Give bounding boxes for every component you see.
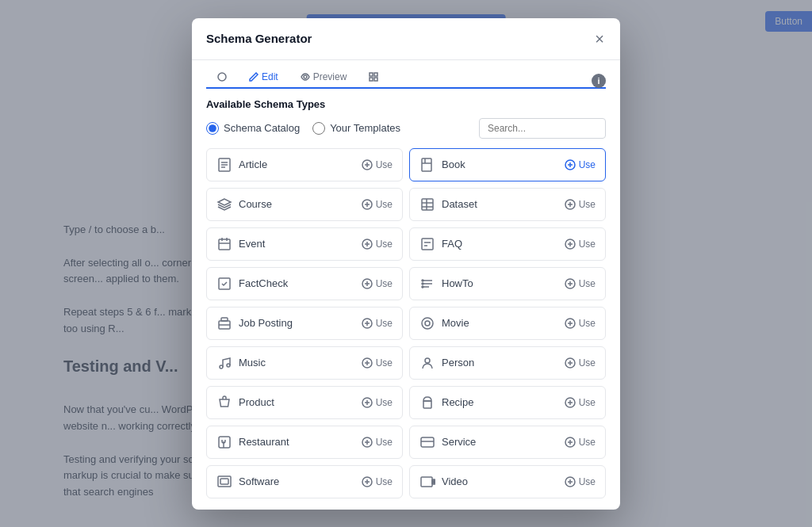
schema-card-video[interactable]: Video Use xyxy=(409,465,606,498)
svg-rect-36 xyxy=(422,239,433,250)
modal-overlay: Schema Generator × Edit Preview xyxy=(0,0,812,527)
schema-card-factcheck[interactable]: FactCheck Use xyxy=(206,267,403,300)
faq-use-button[interactable]: Use xyxy=(565,239,596,250)
howto-label: HowTo xyxy=(442,277,473,289)
radio-catalog-label: Schema Catalog xyxy=(224,122,300,134)
job-posting-use-button[interactable]: Use xyxy=(362,318,393,329)
radio-templates-label: Your Templates xyxy=(330,122,400,134)
article-use-button[interactable]: Use xyxy=(362,159,393,170)
svg-rect-22 xyxy=(422,199,433,210)
event-use-button[interactable]: Use xyxy=(362,239,393,250)
svg-point-66 xyxy=(220,365,223,369)
schema-card-job-posting[interactable]: Job Posting Use xyxy=(206,307,403,340)
tab-bar: Edit Preview xyxy=(206,60,606,89)
recipe-use-button[interactable]: Use xyxy=(565,397,596,408)
movie-icon xyxy=(419,315,435,331)
tab-circle[interactable] xyxy=(206,67,238,88)
radio-templates-input[interactable] xyxy=(312,122,325,135)
product-icon xyxy=(216,395,232,411)
tab-grid[interactable] xyxy=(358,67,389,88)
close-button[interactable]: × xyxy=(593,29,606,48)
schema-generator-modal: Schema Generator × Edit Preview xyxy=(192,18,620,510)
faq-label: FAQ xyxy=(442,238,462,250)
dataset-icon xyxy=(419,197,435,212)
schema-card-movie[interactable]: Movie Use xyxy=(409,307,606,340)
schema-card-software[interactable]: Software Use xyxy=(206,465,403,498)
tab-edit[interactable]: Edit xyxy=(238,67,289,89)
restaurant-use-button[interactable]: Use xyxy=(362,437,393,448)
movie-label: Movie xyxy=(442,317,469,329)
schema-card-restaurant[interactable]: Restaurant Use xyxy=(206,426,403,459)
service-icon xyxy=(419,434,435,450)
software-use-button[interactable]: Use xyxy=(362,476,393,487)
person-icon xyxy=(419,355,435,371)
radio-catalog-input[interactable] xyxy=(206,122,219,135)
course-use-button[interactable]: Use xyxy=(362,199,393,210)
video-label: Video xyxy=(442,475,468,487)
course-icon xyxy=(216,197,232,212)
modal-title: Schema Generator xyxy=(206,32,312,45)
software-icon xyxy=(216,474,232,490)
svg-rect-29 xyxy=(219,239,230,250)
schema-card-music[interactable]: Music Use xyxy=(206,346,403,380)
svg-point-71 xyxy=(425,358,430,363)
howto-icon xyxy=(419,276,435,292)
person-use-button[interactable]: Use xyxy=(565,357,596,369)
schema-grid: Article Use Book xyxy=(206,148,606,508)
book-use-button[interactable]: Use xyxy=(565,159,596,170)
svg-rect-5 xyxy=(374,78,377,81)
dataset-use-button[interactable]: Use xyxy=(565,199,596,210)
recipe-icon xyxy=(419,395,435,411)
music-icon xyxy=(216,355,232,371)
schema-card-course[interactable]: Course Use xyxy=(206,188,403,221)
svg-rect-93 xyxy=(220,479,228,484)
svg-rect-97 xyxy=(421,477,432,487)
search-input[interactable] xyxy=(479,118,606,139)
schema-card-person[interactable]: Person Use xyxy=(409,346,606,380)
schema-card-recipe[interactable]: Recipe Use xyxy=(409,386,606,419)
product-use-button[interactable]: Use xyxy=(362,397,393,408)
radio-schema-catalog[interactable]: Schema Catalog xyxy=(206,122,300,135)
schema-section: Available Schema Types Schema Catalog Yo… xyxy=(206,89,606,510)
restaurant-icon xyxy=(216,434,232,450)
person-label: Person xyxy=(442,357,474,369)
factcheck-icon xyxy=(216,276,232,292)
schema-card-article[interactable]: Article Use xyxy=(206,148,403,181)
faq-icon xyxy=(419,236,435,252)
modal-header: Schema Generator × xyxy=(192,18,620,60)
music-use-button[interactable]: Use xyxy=(362,357,393,369)
music-label: Music xyxy=(239,357,266,369)
svg-point-49 xyxy=(422,280,423,281)
job-posting-label: Job Posting xyxy=(239,317,293,329)
service-use-button[interactable]: Use xyxy=(565,437,596,448)
filter-row: Schema Catalog Your Templates xyxy=(206,118,606,139)
svg-rect-3 xyxy=(374,73,377,76)
schema-card-book[interactable]: Book Use xyxy=(409,148,606,181)
svg-point-1 xyxy=(304,75,307,78)
schema-card-event[interactable]: Event Use xyxy=(206,227,403,261)
tab-preview[interactable]: Preview xyxy=(289,67,358,89)
howto-use-button[interactable]: Use xyxy=(565,278,596,289)
radio-group: Schema Catalog Your Templates xyxy=(206,122,400,135)
event-label: Event xyxy=(239,238,265,250)
svg-rect-87 xyxy=(421,437,434,447)
schema-card-service[interactable]: Service Use xyxy=(409,426,606,459)
schema-card-product[interactable]: Product Use xyxy=(206,386,403,419)
recipe-label: Recipe xyxy=(442,396,473,408)
svg-rect-78 xyxy=(423,401,431,408)
section-title: Available Schema Types xyxy=(206,98,606,110)
product-label: Product xyxy=(239,396,274,408)
schema-card-faq[interactable]: FAQ Use xyxy=(409,227,606,261)
service-label: Service xyxy=(442,436,476,448)
video-use-button[interactable]: Use xyxy=(565,476,596,487)
event-icon xyxy=(216,236,232,252)
video-icon xyxy=(419,474,435,490)
schema-card-dataset[interactable]: Dataset Use xyxy=(409,188,606,221)
movie-use-button[interactable]: Use xyxy=(565,318,596,329)
svg-point-0 xyxy=(218,73,226,81)
factcheck-use-button[interactable]: Use xyxy=(362,278,393,289)
info-icon[interactable]: i xyxy=(592,74,606,88)
restaurant-label: Restaurant xyxy=(239,436,289,448)
radio-your-templates[interactable]: Your Templates xyxy=(312,122,400,135)
schema-card-howto[interactable]: HowTo Use xyxy=(409,267,606,300)
